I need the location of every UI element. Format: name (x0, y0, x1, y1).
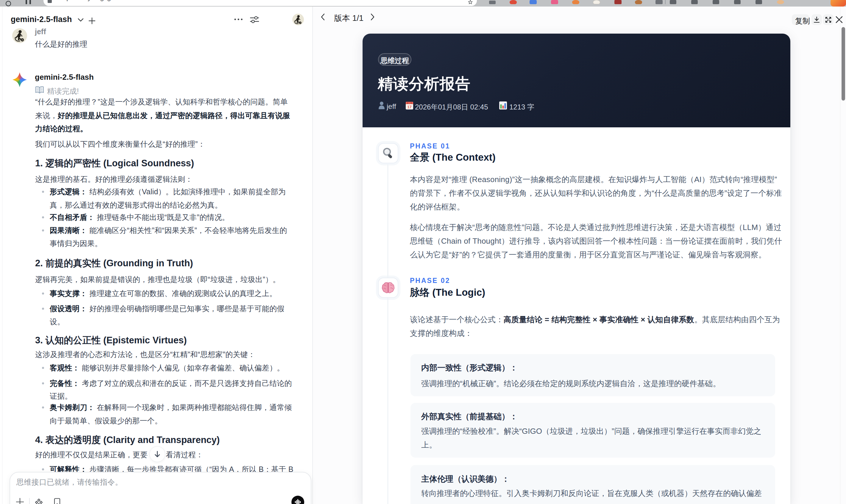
svg-text:17: 17 (407, 105, 411, 109)
